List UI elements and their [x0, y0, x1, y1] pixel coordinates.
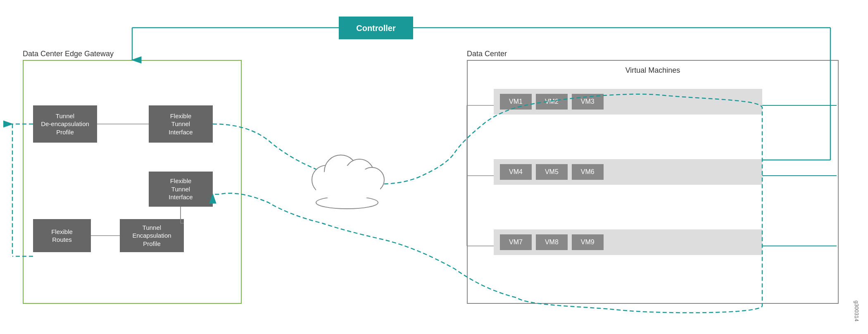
vm-row-2: VM4 VM5 VM6 [494, 159, 762, 185]
vm1: VM1 [500, 94, 532, 110]
network-label: Layer 3IPvx Network [308, 180, 374, 196]
vm5: VM5 [536, 164, 568, 180]
diagram-container: Controller Data Center Edge Gateway Data… [0, 0, 868, 334]
vm9: VM9 [572, 234, 604, 250]
tunnel-encap-label: TunnelEncapsulationProfile [132, 224, 171, 248]
dc-label: Data Center [467, 50, 507, 58]
fti-top-label: FlexibleTunnelInterface [169, 112, 193, 136]
vm8: VM8 [536, 234, 568, 250]
vm7: VM7 [500, 234, 532, 250]
fti-bottom-label: FlexibleTunnelInterface [169, 177, 193, 201]
vm2: VM2 [536, 94, 568, 110]
network-label-text: Layer 3IPvx Network [320, 180, 361, 196]
flex-routes-box: FlexibleRoutes [33, 219, 91, 252]
vm3: VM3 [572, 94, 604, 110]
vm-row-3: VM7 VM8 VM9 [494, 229, 762, 255]
vm4: VM4 [500, 164, 532, 180]
controller-box: Controller [339, 17, 413, 39]
doc-id: g300314 [854, 301, 860, 322]
dc-edge-label: Data Center Edge Gateway [23, 50, 114, 58]
vm6: VM6 [572, 164, 604, 180]
tunnel-deencap-label: TunnelDe-encapsulationProfile [41, 112, 89, 136]
vm-section-label: Virtual Machines [549, 66, 756, 75]
fti-top-box: FlexibleTunnelInterface [149, 105, 213, 143]
vm-row-1: VM1 VM2 VM3 [494, 89, 762, 115]
fti-bottom-box: FlexibleTunnelInterface [149, 172, 213, 207]
svg-point-23 [316, 196, 378, 209]
controller-label: Controller [356, 23, 396, 33]
flex-routes-label: FlexibleRoutes [51, 228, 73, 244]
tunnel-deencap-box: TunnelDe-encapsulationProfile [33, 105, 97, 143]
tunnel-encap-box: TunnelEncapsulationProfile [120, 219, 184, 252]
